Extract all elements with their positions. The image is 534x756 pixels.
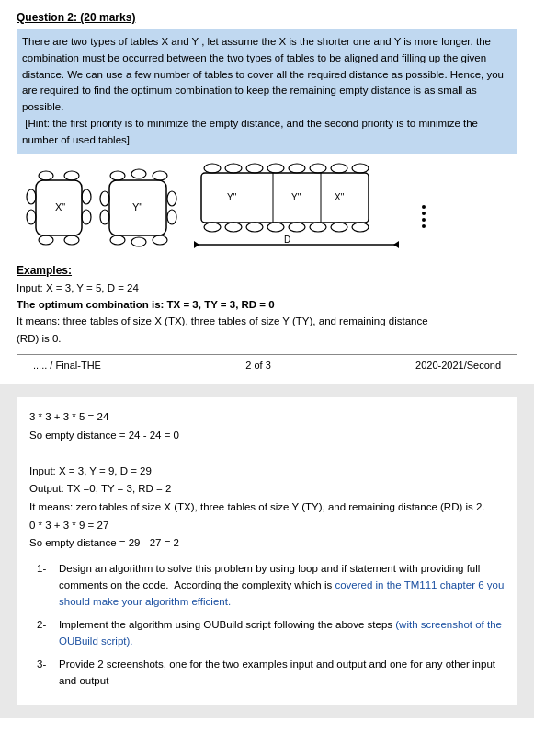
svg-point-18 [167,191,176,206]
small-tables-diagram: X" Y" [26,166,177,249]
highlighted-block: There are two types of tables X and Y , … [17,29,517,154]
svg-point-1 [64,171,79,180]
svg-point-26 [289,164,305,173]
calc-line1: 3 * 3 + 3 * 5 = 24 [29,408,505,427]
svg-point-7 [82,210,91,224]
svg-point-2 [39,235,53,245]
svg-point-35 [310,223,326,232]
table-x-svg: X" [26,166,92,249]
svg-point-27 [310,164,326,173]
dot-1 [422,205,426,209]
svg-point-0 [39,171,53,180]
calc-line2: So empty distance = 24 - 24 = 0 [29,427,505,445]
long-table-svg: Y" Y" X" [192,161,403,235]
svg-point-24 [246,164,263,173]
svg-point-28 [331,164,347,173]
svg-point-3 [64,235,79,245]
footer-right: 2020-2021/Second [415,360,501,371]
calc-line6: 0 * 3 + 3 * 9 = 27 [29,517,505,535]
example1-means: It means: three tables of size X (TX), t… [17,313,517,329]
list-item-2: 2- Implement the algorithm using OUBuild… [37,616,505,650]
page-bottom: 3 * 3 + 3 * 5 = 24 So empty distance = 2… [0,384,534,718]
list-num-2: 2- [37,616,53,650]
highlighted-text: There are two types of tables X and Y , … [22,36,504,145]
dot-3 [422,218,426,222]
dot-2 [422,212,426,215]
example1-rd: (RD) is 0. [17,330,517,347]
page-top: Question 2: (20 marks) There are two typ… [0,0,534,384]
list-text-2: Implement the algorithm using OUBuild sc… [59,616,505,650]
svg-point-33 [267,223,284,232]
list-text-3: Provide 2 screenshots, one for the two e… [59,656,505,690]
svg-point-4 [27,189,36,204]
page-footer: ..... / Final-THE 2 of 3 2020-2021/Secon… [17,354,517,375]
long-table-diagram: Y" Y" X" D [192,161,403,255]
list-num-1: 1- [37,560,53,611]
calc-line4: Output: TX =0, TY = 3, RD = 2 [29,480,505,498]
svg-point-30 [204,223,221,232]
svg-point-15 [153,235,167,245]
calc-line5: It means: zero tables of size X (TX), th… [29,498,505,517]
footer-left: ..... / Final-THE [33,360,101,371]
svg-point-5 [27,210,36,224]
calc-line7: So empty distance = 29 - 27 = 2 [29,534,505,553]
footer-center: 2 of 3 [245,360,271,371]
svg-point-12 [153,171,167,180]
svg-text:X": X" [335,192,345,202]
calc-line3: Input: X = 3, Y = 9, D = 29 [29,463,505,481]
svg-point-13 [110,235,125,245]
list-item-3: 3- Provide 2 screenshots, one for the tw… [37,656,505,690]
dot-4 [422,224,426,228]
arrow-svg: D [192,235,403,255]
svg-text:D: D [284,235,290,245]
svg-point-32 [246,223,263,232]
table-y-svg: Y" [99,166,177,249]
list-text-1-blue: covered in the TM111 chapter 6 you shoul… [59,579,504,607]
svg-text:X": X" [55,201,65,212]
question-header: Question 2: (20 marks) [17,11,517,24]
list-text-2-blue: (with screenshot of the OUBuild script). [59,619,502,647]
svg-point-19 [167,210,176,224]
svg-point-6 [82,189,91,204]
svg-point-11 [131,169,146,178]
svg-text:Y": Y" [227,192,237,202]
svg-point-36 [331,223,347,232]
svg-point-34 [289,223,305,232]
list-text-1: Design an algorithm to solve this proble… [59,560,505,611]
svg-point-23 [225,164,242,173]
numbered-list: 1- Design an algorithm to solve this pro… [37,560,505,690]
svg-point-25 [267,164,284,173]
list-num-3: 3- [37,656,53,690]
svg-point-16 [100,191,109,206]
examples-section: Examples: Input: X = 3, Y = 5, D = 24 Th… [17,264,517,348]
diagram-area: X" Y" [26,161,517,255]
svg-text:Y": Y" [132,201,142,212]
svg-point-37 [352,223,369,232]
bottom-content-block: 3 * 3 + 3 * 5 = 24 So empty distance = 2… [17,397,517,705]
example1-optimum: The optimum combination is: TX = 3, TY =… [17,296,517,313]
example1-input: Input: X = 3, Y = 5, D = 24 [17,280,517,296]
svg-marker-46 [393,241,399,248]
dots-column [422,187,426,228]
svg-marker-45 [194,241,199,248]
svg-text:Y": Y" [291,192,301,202]
svg-point-31 [225,223,242,232]
svg-point-22 [204,164,221,173]
svg-point-10 [110,171,125,180]
svg-point-29 [352,164,369,173]
examples-label: Examples: [17,264,517,277]
svg-point-17 [100,210,109,224]
list-item-1: 1- Design an algorithm to solve this pro… [37,560,505,611]
svg-point-14 [131,237,146,246]
